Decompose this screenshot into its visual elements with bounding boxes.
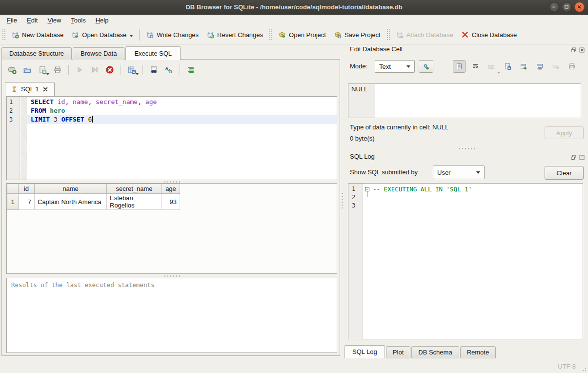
dock-tab-bar: SQL LogPlotDB SchemaRemote [345,345,497,358]
log-line: 1−-- EXECUTING ALL IN 'SQL 1' [348,185,583,193]
dock-tab-db-schema[interactable]: DB Schema [411,346,459,358]
dock-tab-sql-log[interactable]: SQL Log [345,345,385,358]
open-project-button[interactable]: Open Project [274,28,330,41]
line-number: 3 [7,115,20,124]
open-database-button[interactable]: Open Database [67,28,137,41]
close-glyph-icon [576,3,583,11]
toolbar-handle[interactable] [386,29,390,41]
chevron-down-icon[interactable] [136,73,139,75]
row-header[interactable]: 1 [7,194,19,210]
log-text: -- EXECUTING ALL IN 'SQL 1' [373,185,583,193]
line-number: 3 [348,202,363,210]
cell-value-editor[interactable]: NULL [348,83,581,118]
cell-age[interactable]: 93 [162,194,180,210]
log-filter-combobox[interactable]: User [433,166,485,179]
save-results-button[interactable] [127,65,136,74]
pane-splitter-handle[interactable] [341,192,344,208]
save-blue-button[interactable] [501,60,514,73]
gear-apply-icon [422,62,430,70]
dock-splitter[interactable] [345,147,588,150]
code-text: FROM hero [27,106,337,115]
column-header-name[interactable]: name [35,184,107,194]
sql-log-dock-float-button[interactable] [570,154,577,163]
new-database-button[interactable]: New Database [7,28,67,41]
table-message-splitter[interactable] [6,274,337,277]
column-header-secret-name[interactable]: secret_name [107,184,162,194]
link-window-button[interactable] [533,60,546,73]
resize-grip[interactable] [581,366,587,372]
play-line-button [90,65,99,74]
column-header-age[interactable]: age [162,184,180,194]
column-header-id[interactable]: id [19,184,35,194]
menu-help[interactable]: Help [91,16,114,25]
export-arrow-button[interactable] [517,60,530,73]
line-number: 2 [348,193,363,202]
chevron-down-icon[interactable] [130,35,133,37]
hourglass-icon [11,86,18,93]
menu-view[interactable]: View [42,16,66,25]
close-icon[interactable] [42,86,49,93]
tab-execute-sql[interactable]: Execute SQL [125,46,181,60]
file-open-button[interactable] [23,65,32,74]
sql-log-view[interactable]: 1−-- EXECUTING ALL IN 'SQL 1'2--3 [348,183,583,339]
cell-secret-name[interactable]: Esteban Rogelios [107,194,162,210]
print-button[interactable] [53,65,62,74]
print-icon [568,62,576,70]
sql-doc-tab[interactable]: SQL 1 [5,82,55,96]
maximize-glyph-icon [563,3,570,11]
cell-name[interactable]: Captain North America [35,194,107,210]
word-wrap-button[interactable] [469,60,482,73]
tab-new-button[interactable] [8,65,17,74]
file-save-button[interactable] [38,65,47,74]
print-button[interactable] [566,60,578,73]
close-database-button[interactable]: Close Database [457,28,521,41]
fold-collapse-icon[interactable]: − [365,187,369,191]
auto-complete-button[interactable]: ab [164,65,173,74]
clear-button[interactable]: Clear [545,166,584,180]
dock-tab-remote[interactable]: Remote [460,346,496,358]
print-icon [53,65,62,74]
save-results-icon [127,65,136,74]
titlebar[interactable]: DB Browser for SQLite - /home/user/code/… [0,0,588,15]
edit-cell-dock-float-button[interactable] [570,46,577,55]
cell-id[interactable]: 7 [19,194,35,210]
stop-icon [105,65,114,74]
export-arrow-icon [520,62,527,70]
sql-editor[interactable]: 1SELECT id, name, secret_name, age2FROM … [6,96,337,180]
sql-log-dock-title: SQL Log [350,153,375,160]
attach-database-button: Attach Database [392,28,457,41]
tab-database-structure[interactable]: Database Structure [1,47,72,60]
chevron-down-icon [476,171,480,174]
file-open-icon [23,65,32,74]
menu-file[interactable]: File [2,16,22,25]
edit-cell-dock-close-button[interactable] [579,46,585,55]
db-new-icon [11,31,19,39]
log-line: 2-- [348,193,583,202]
fold-margin-cell [20,98,27,106]
close-icon [579,47,585,53]
find-button[interactable] [149,65,158,74]
toolbar-handle[interactable] [2,29,5,41]
sql-log-dock-close-button[interactable] [579,154,585,163]
tab-browse-data[interactable]: Browse Data [73,47,124,60]
cell-null-gutter: NULL [348,84,375,118]
save-project-button[interactable]: Save Project [330,28,385,41]
tab-new-icon [8,65,17,74]
minimize-button[interactable] [549,2,559,12]
chevron-down-icon[interactable] [46,73,49,75]
mode-gear-button[interactable] [419,60,433,73]
stop-button[interactable] [105,65,114,74]
dock-tab-plot[interactable]: Plot [386,346,410,358]
menu-edit[interactable]: Edit [22,16,42,25]
revert-changes-button[interactable]: Revert Changes [203,28,267,41]
toolbar-handle[interactable] [269,29,272,41]
mode-combobox[interactable]: Text [375,60,415,73]
write-changes-button[interactable]: Write Changes [142,28,203,41]
text-doc-button[interactable] [453,60,466,73]
toolbar-separator [139,29,140,41]
close-button[interactable] [574,2,585,12]
format-indent-button[interactable] [186,65,195,74]
db-write-icon [146,31,154,39]
maximize-button[interactable] [562,2,572,12]
menu-tools[interactable]: Tools [66,16,90,25]
